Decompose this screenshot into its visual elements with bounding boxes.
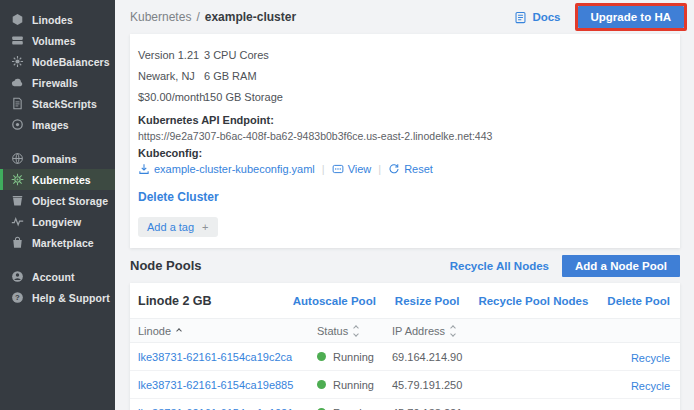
cluster-price: $30.00/month (138, 91, 204, 103)
api-endpoint-block: Kubernetes API Endpoint: https://9e2a730… (130, 109, 680, 142)
breadcrumb-section[interactable]: Kubernetes (130, 10, 191, 24)
breadcrumb-current: example-cluster (205, 10, 296, 24)
svg-text:?: ? (15, 293, 20, 302)
column-header-status[interactable]: Status (317, 325, 392, 337)
delete-cluster-row: Delete Cluster (130, 175, 680, 207)
nodebalancers-icon (11, 55, 24, 68)
sidebar-item-label: Longview (32, 216, 81, 228)
sort-icon (451, 326, 455, 336)
sidebar-item-images[interactable]: Images (0, 114, 115, 135)
pool-card-header: Linode 2 GB Autoscale Pool Resize Pool R… (130, 283, 680, 318)
kubeconfig-block: Kubeconfig: example-cluster-kubeconfig.y… (130, 142, 680, 175)
recycle-pool-nodes-link[interactable]: Recycle Pool Nodes (478, 295, 588, 307)
object-storage-icon (11, 194, 24, 207)
spec-row: $30.00/month 150 GB Storage (138, 86, 672, 107)
cluster-specs: Version 1.21 3 CPU Cores Newark, NJ 6 GB… (130, 41, 680, 109)
sidebar-item-stackscripts[interactable]: StackScripts (0, 93, 115, 114)
kubernetes-icon (11, 173, 24, 186)
sidebar-item-label: Marketplace (32, 237, 94, 249)
node-status: Running (317, 351, 392, 363)
pool-actions: Autoscale Pool Resize Pool Recycle Pool … (293, 295, 670, 307)
sidebar-item-label: Images (32, 119, 69, 131)
node-pools-actions: Recycle All Nodes Add a Node Pool (450, 255, 680, 277)
kubeconfig-view-link[interactable]: View (332, 163, 372, 175)
sidebar-item-label: Help & Support (32, 292, 110, 304)
node-link[interactable]: lke38731-62161-6154ca19c2ca (130, 351, 317, 363)
cluster-storage: 150 GB Storage (204, 91, 672, 103)
recycle-node-link[interactable]: Recycle (631, 380, 670, 392)
status-running-icon (317, 380, 326, 389)
node-pools-header: Node Pools Recycle All Nodes Add a Node … (115, 248, 694, 283)
pool-title: Linode 2 GB (138, 294, 212, 308)
sidebar-group-account: Account ? Help & Support (0, 266, 115, 308)
sidebar-item-volumes[interactable]: Volumes (0, 30, 115, 51)
sidebar-item-account[interactable]: Account (0, 266, 115, 287)
help-icon: ? (11, 291, 24, 304)
marketplace-icon (11, 236, 24, 249)
column-header-ip-address[interactable]: IP Address (392, 325, 587, 337)
sidebar: Linodes Volumes NodeBalancers Firewalls … (0, 0, 115, 410)
sidebar-item-linodes[interactable]: Linodes (0, 9, 115, 30)
sidebar-group-services: Domains Kubernetes Object Storage Longvi… (0, 148, 115, 253)
topbar: Kubernetes / example-cluster Docs Upgrad… (115, 0, 694, 34)
breadcrumb-separator: / (196, 10, 199, 24)
sidebar-item-label: Object Storage (32, 195, 108, 207)
resize-pool-link[interactable]: Resize Pool (395, 295, 460, 307)
autoscale-pool-link[interactable]: Autoscale Pool (293, 295, 376, 307)
node-status: Running (317, 407, 392, 410)
cluster-cpu: 3 CPU Cores (204, 49, 672, 61)
column-header-linode[interactable]: Linode (130, 325, 317, 337)
node-link[interactable]: lke38731-62161-6154ca19e885 (130, 379, 317, 391)
sort-asc-icon (176, 328, 182, 334)
add-tag-button[interactable]: Add a tag + (138, 217, 218, 237)
linodes-icon (11, 13, 24, 26)
delete-pool-link[interactable]: Delete Pool (607, 295, 670, 307)
separator: | (378, 163, 381, 175)
sidebar-item-nodebalancers[interactable]: NodeBalancers (0, 51, 115, 72)
delete-cluster-link[interactable]: Delete Cluster (138, 190, 219, 204)
sidebar-item-firewalls[interactable]: Firewalls (0, 72, 115, 93)
account-icon (11, 270, 24, 283)
sidebar-item-label: Account (32, 271, 75, 283)
recycle-all-nodes-link[interactable]: Recycle All Nodes (450, 260, 549, 272)
recycle-node-link[interactable]: Recycle (631, 352, 670, 364)
table-row: lke38731-62161-6154ca19c2ca Running 69.1… (130, 343, 680, 371)
node-ip: 45.79.191.250 (392, 379, 587, 391)
view-icon (332, 163, 344, 175)
sidebar-item-kubernetes[interactable]: Kubernetes (0, 169, 115, 190)
sidebar-item-label: Domains (32, 153, 77, 165)
cluster-region: Newark, NJ (138, 70, 204, 82)
sidebar-item-object-storage[interactable]: Object Storage (0, 190, 115, 211)
annotation-highlight-box: Upgrade to HA (575, 3, 688, 31)
sidebar-item-domains[interactable]: Domains (0, 148, 115, 169)
sidebar-item-help-support[interactable]: ? Help & Support (0, 287, 115, 308)
plus-icon: + (202, 221, 208, 233)
table-row: lke38731-62161-6154ca1a1021 Running 45.7… (130, 399, 680, 410)
status-running-icon (317, 352, 326, 361)
domains-icon (11, 152, 24, 165)
sidebar-item-longview[interactable]: Longview (0, 211, 115, 232)
cluster-ram: 6 GB RAM (204, 70, 672, 82)
sidebar-item-marketplace[interactable]: Marketplace (0, 232, 115, 253)
sidebar-item-label: Firewalls (32, 77, 78, 89)
firewalls-icon (11, 76, 24, 89)
kubeconfig-reset-link[interactable]: Reset (388, 163, 433, 175)
add-node-pool-button[interactable]: Add a Node Pool (562, 255, 680, 277)
api-endpoint-label: Kubernetes API Endpoint: (138, 114, 672, 126)
spec-row: Version 1.21 3 CPU Cores (138, 44, 672, 65)
docs-link[interactable]: Docs (514, 11, 560, 24)
table-row: lke38731-62161-6154ca19e885 Running 45.7… (130, 371, 680, 399)
topbar-actions: Docs Upgrade to HA (514, 3, 687, 31)
separator: | (322, 163, 325, 175)
node-link[interactable]: lke38731-62161-6154ca1a1021 (130, 407, 317, 410)
kubeconfig-actions: example-cluster-kubeconfig.yaml | View |… (138, 163, 672, 175)
upgrade-to-ha-button[interactable]: Upgrade to HA (578, 6, 685, 28)
sidebar-item-label: Linodes (32, 14, 73, 26)
kubeconfig-download-link[interactable]: example-cluster-kubeconfig.yaml (138, 163, 315, 175)
stackscripts-icon (11, 97, 24, 110)
download-icon (138, 163, 150, 175)
sort-icon (354, 326, 358, 336)
reset-icon (388, 163, 400, 175)
sidebar-group-compute: Linodes Volumes NodeBalancers Firewalls … (0, 9, 115, 135)
sidebar-item-label: Kubernetes (32, 174, 91, 186)
